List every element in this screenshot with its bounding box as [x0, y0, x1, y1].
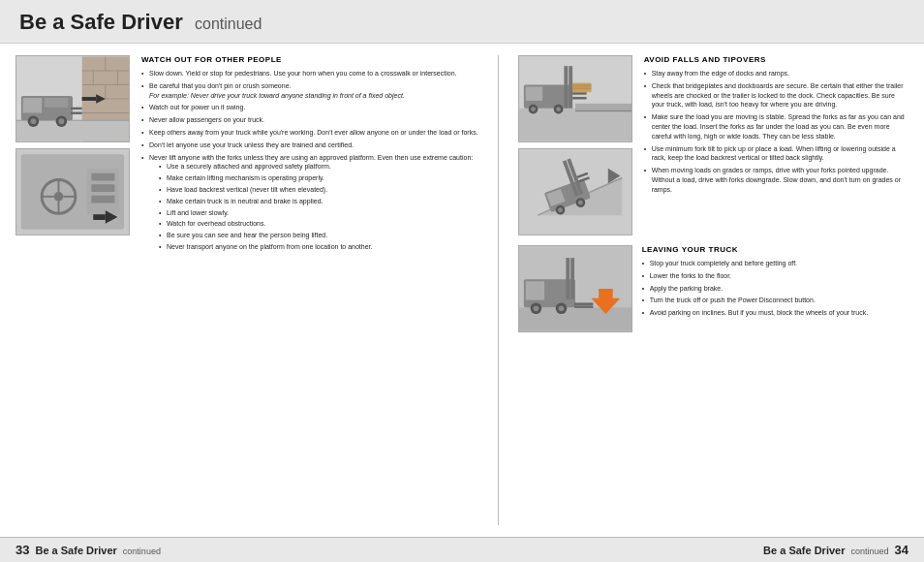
sub-bullet-7: Be sure you can see and hear the person …: [159, 231, 478, 240]
svg-rect-14: [23, 98, 42, 112]
right-text-avoid: AVOID FALLS AND TIPOVERS Stay away from …: [644, 55, 909, 235]
left-bullet-7: Never lift anyone with the forks unless …: [141, 153, 478, 252]
column-divider: [498, 55, 499, 525]
header-continued: continued: [195, 16, 262, 32]
avoid-title: AVOID FALLS AND TIPOVERS: [644, 55, 909, 64]
page-title: Be a Safe Driver continued: [19, 10, 905, 35]
svg-rect-72: [525, 281, 543, 299]
page-footer: 33 Be a Safe Driver continued Be a Safe …: [0, 537, 924, 562]
avoid-bullet-4: Use minimum fork tilt to pick up or plac…: [644, 144, 909, 164]
forklift-inside-svg: [16, 148, 129, 235]
leaving-title: LEAVING YOUR TRUCK: [642, 245, 909, 254]
ramp-svg: [519, 148, 631, 235]
image-ramp: [518, 148, 632, 235]
sub-bullet-2: Make certain lifting mechanism is operat…: [159, 173, 478, 183]
svg-point-27: [54, 192, 64, 202]
leaving-text: LEAVING YOUR TRUCK Stop your truck compl…: [642, 245, 909, 332]
image-forklift-inside: [15, 148, 130, 235]
footer-right-page: 34: [895, 543, 909, 557]
main-content: WATCH OUT FOR OTHER PEOPLE Slow down. Yi…: [0, 44, 924, 537]
footer-left-page: 33: [15, 543, 29, 557]
leaving-bullet-2: Lower the forks to the floor.: [642, 271, 909, 281]
footer-right-continued: continued: [850, 546, 888, 556]
svg-rect-23: [82, 97, 97, 101]
image-leaving-truck: [518, 245, 632, 332]
svg-rect-33: [91, 173, 114, 181]
svg-rect-73: [566, 258, 570, 299]
sub-bullet-list: Use a securely attached and approved saf…: [149, 162, 478, 251]
left-bullet-5: Keep others away from your truck while y…: [141, 128, 478, 138]
left-images: [15, 55, 132, 525]
leaving-section: LEAVING YOUR TRUCK Stop your truck compl…: [518, 245, 909, 332]
svg-rect-43: [525, 86, 541, 101]
footer-right-title: Be a Safe Driver: [763, 545, 845, 556]
avoid-bullet-1: Stay away from the edge of docks and ram…: [644, 69, 909, 78]
page-header: Be a Safe Driver continued: [0, 0, 924, 44]
svg-point-17: [31, 118, 37, 124]
svg-rect-45: [569, 66, 572, 109]
left-bullet-1: Slow down. Yield or stop for pedestrians…: [141, 69, 478, 78]
right-images: [518, 55, 634, 235]
image-dock: [518, 55, 632, 142]
svg-rect-47: [572, 97, 587, 99]
svg-point-78: [533, 305, 539, 311]
svg-rect-20: [71, 108, 82, 109]
image-intersection: [15, 55, 130, 142]
sub-bullet-6: Watch for overhead obstructions.: [159, 219, 478, 229]
left-bullet-6: Don't let anyone use your truck unless t…: [141, 140, 478, 150]
avoid-bullet-5: When moving loads on grades or ramps, dr…: [644, 166, 909, 194]
svg-rect-21: [71, 112, 82, 114]
page: Be a Safe Driver continued: [0, 0, 924, 562]
sub-bullet-4: Make certain truck is in neutral and bra…: [159, 197, 478, 206]
svg-point-49: [531, 107, 536, 111]
footer-left-title: Be a Safe Driver: [35, 545, 116, 556]
left-bullet-4: Never allow passengers on your truck.: [141, 115, 478, 125]
sub-bullet-8: Never transport anyone on the platform f…: [159, 242, 478, 252]
right-top: AVOID FALLS AND TIPOVERS Stay away from …: [518, 55, 909, 235]
avoid-bullet-list: Stay away from the edge of docks and ram…: [644, 69, 909, 195]
left-bullet-list: Slow down. Yield or stop for pedestrians…: [141, 69, 478, 252]
svg-rect-37: [93, 214, 106, 220]
svg-rect-34: [91, 184, 114, 192]
svg-rect-75: [574, 303, 593, 305]
leaving-bullet-4: Turn the truck off or push the Power Dis…: [642, 296, 909, 305]
leaving-bullet-3: Apply the parking brake.: [642, 284, 909, 294]
left-bullet-3: Watch out for power un it swing.: [141, 103, 478, 112]
svg-rect-44: [564, 66, 568, 109]
svg-rect-46: [572, 92, 587, 94]
footer-left-continued: continued: [123, 546, 161, 556]
leaving-bullet-5: Avoid parking on inclines. But if you mu…: [642, 308, 909, 318]
avoid-bullet-3: Make sure the load you are moving is sta…: [644, 112, 909, 140]
svg-rect-15: [45, 98, 68, 108]
avoid-bullet-2: Check that bridgeplates and dockboards a…: [644, 81, 909, 109]
svg-rect-40: [575, 104, 631, 111]
svg-rect-53: [572, 85, 591, 87]
footer-left: 33 Be a Safe Driver continued: [15, 543, 161, 557]
leaving-truck-svg: [519, 245, 631, 332]
left-section-title: WATCH OUT FOR OTHER PEOPLE: [141, 55, 478, 64]
left-section: WATCH OUT FOR OTHER PEOPLE Slow down. Yi…: [15, 55, 478, 525]
intersection-svg: [16, 55, 129, 142]
svg-rect-39: [519, 109, 631, 141]
sub-bullet-5: Lift and lower slowly.: [159, 208, 478, 218]
sub-bullet-1: Use a securely attached and approved saf…: [159, 162, 478, 172]
svg-rect-35: [91, 196, 114, 203]
footer-right: Be a Safe Driver continued 34: [763, 543, 909, 557]
svg-point-19: [59, 118, 65, 124]
dock-svg: [519, 55, 631, 142]
left-text-section: WATCH OUT FOR OTHER PEOPLE Slow down. Yi…: [141, 55, 478, 525]
svg-point-80: [558, 305, 564, 311]
svg-rect-76: [574, 305, 593, 307]
left-bullet-2: Be careful that you don't pin or crush s…: [141, 81, 478, 101]
leaving-bullet-list: Stop your truck completely and before ge…: [642, 259, 909, 318]
leaving-bullet-1: Stop your truck completely and before ge…: [642, 259, 909, 268]
svg-rect-54: [572, 87, 591, 89]
sub-bullet-3: Have load backrest vertical (never tilt …: [159, 185, 478, 195]
svg-point-51: [556, 107, 561, 111]
right-column: AVOID FALLS AND TIPOVERS Stay away from …: [518, 55, 909, 525]
svg-rect-74: [570, 258, 574, 299]
header-title: Be a Safe Driver: [19, 10, 183, 34]
